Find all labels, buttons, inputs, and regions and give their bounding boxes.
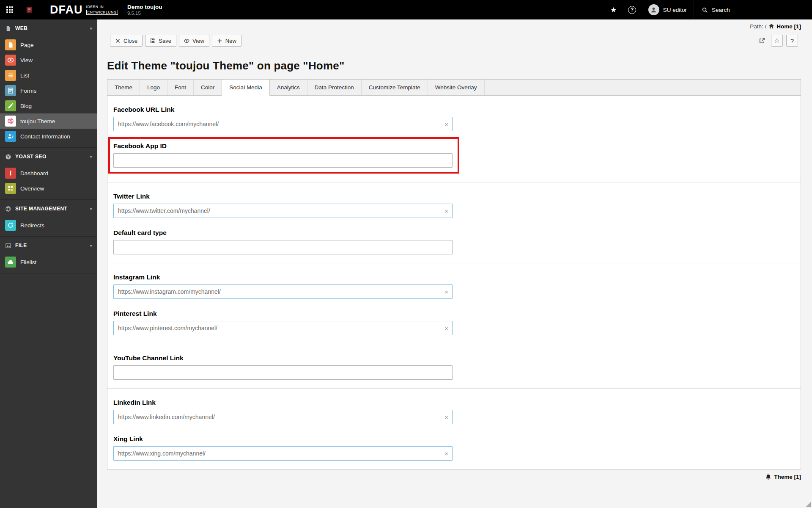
view-button[interactable]: View — [179, 35, 209, 47]
xing-link-input[interactable] — [113, 446, 453, 461]
youtube-channel-link-input[interactable] — [113, 365, 453, 380]
facebook-app-id-input[interactable] — [113, 153, 453, 168]
bookmarks-star-icon[interactable]: ★ — [604, 0, 623, 19]
sidebar-section-header-web[interactable]: WEB▾ — [0, 19, 97, 37]
tab-color[interactable]: Color — [194, 80, 222, 95]
site-version: 9.5.15 — [127, 11, 162, 16]
view-icon — [5, 55, 16, 66]
clear-input-icon[interactable]: × — [444, 414, 448, 420]
input-wrap-youtube-channel-link — [113, 365, 453, 380]
sidebar-item-label: Filelist — [20, 259, 36, 265]
site-name: Demo toujou — [127, 4, 162, 10]
record-footer: Theme [1] — [107, 474, 801, 480]
sidebar: WEB▾PageViewListFormsBlogtoujou ThemeCon… — [0, 19, 97, 508]
pinterest-link-input[interactable] — [113, 321, 453, 335]
sidebar-item-filelist[interactable]: Filelist — [0, 254, 97, 270]
sidebar-section-site-management: SITE MANAGEMENT▾Redirects — [0, 200, 97, 237]
field-label-youtube-channel-link: YouTube Channel Link — [113, 354, 795, 362]
tab-logo[interactable]: Logo — [140, 80, 167, 95]
tab-website-overlay[interactable]: Website Overlay — [428, 80, 485, 95]
tab-analytics[interactable]: Analytics — [270, 80, 307, 95]
sidebar-section-header-site-management[interactable]: SITE MANAGEMENT▾ — [0, 200, 97, 218]
form-section-5: LinkedIn Link×Xing Link× — [107, 389, 801, 469]
theme-icon — [5, 116, 16, 127]
field-facebook-app-id: Facebook App ID — [108, 137, 459, 174]
sidebar-item-toujou-theme[interactable]: toujou Theme — [0, 113, 97, 129]
button-label: View — [192, 38, 204, 44]
overview-icon — [5, 183, 16, 194]
clear-input-icon[interactable]: × — [444, 325, 448, 331]
redirects-icon — [5, 220, 16, 231]
sidebar-item-contact-information[interactable]: Contact Information — [0, 129, 97, 144]
field-default-card-type: Default card type — [113, 229, 795, 254]
search-button[interactable]: Search — [694, 0, 812, 19]
sidebar-item-redirects[interactable]: Redirects — [0, 218, 97, 233]
filelist-icon — [5, 257, 16, 268]
input-wrap-facebook-app-id — [113, 153, 453, 168]
sidebar-section-label: SITE MANAGEMENT — [15, 206, 67, 212]
secondary-module-icon[interactable] — [19, 0, 39, 19]
open-in-new-window-icon[interactable] — [756, 35, 768, 47]
bookmark-star-button[interactable]: ☆ — [771, 35, 783, 47]
theme-record-icon — [765, 474, 771, 480]
sidebar-section-header-file[interactable]: FILE▾ — [0, 237, 97, 254]
sidebar-item-label: Redirects — [20, 222, 44, 229]
search-icon — [702, 7, 708, 13]
sidebar-item-blog[interactable]: Blog — [0, 98, 97, 113]
tab-theme[interactable]: Theme — [107, 80, 140, 95]
modules-grid-icon[interactable] — [0, 0, 19, 19]
tab-data-protection[interactable]: Data Protection — [307, 80, 362, 95]
form-section-1: Facebook URL Link×Facebook App ID — [107, 96, 801, 182]
clear-input-icon[interactable]: × — [444, 208, 448, 214]
field-label-default-card-type: Default card type — [113, 229, 795, 237]
docheader-buttons: CloseSaveViewNew — [110, 35, 241, 47]
logo-tagline-line2: ENTWICKLUNG — [86, 10, 118, 15]
field-pinterest-link: Pinterest Link× — [113, 310, 795, 335]
sidebar-section-header-yoast-seo[interactable]: YOAST SEO▾ — [0, 148, 97, 166]
tab-font[interactable]: Font — [167, 80, 194, 95]
sidebar-item-dashboard[interactable]: Dashboard — [0, 166, 97, 181]
help-icon[interactable]: ? — [623, 0, 642, 19]
input-wrap-twitter-link: × — [113, 204, 453, 218]
field-label-twitter-link: Twitter Link — [113, 193, 795, 200]
sidebar-item-page[interactable]: Page — [0, 37, 97, 52]
tab-bar: ThemeLogoFontColorSocial MediaAnalyticsD… — [107, 80, 801, 96]
user-label: SU editor — [663, 7, 687, 13]
linkedin-link-input[interactable] — [113, 410, 453, 424]
new-button[interactable]: New — [212, 35, 241, 47]
input-wrap-instagram-link: × — [113, 284, 453, 299]
sidebar-item-label: List — [20, 72, 29, 79]
clear-input-icon[interactable]: × — [444, 450, 448, 457]
sidebar-item-label: Forms — [20, 88, 36, 94]
field-twitter-link: Twitter Link× — [113, 193, 795, 218]
tab-social-media[interactable]: Social Media — [222, 80, 269, 96]
default-card-type-input[interactable] — [113, 240, 453, 254]
docheader-icons: ☆ ? — [756, 35, 798, 47]
close-icon — [115, 38, 121, 44]
sidebar-item-label: toujou Theme — [20, 118, 55, 124]
breadcrumb: Path: / Home [1] — [107, 22, 801, 30]
clear-input-icon[interactable]: × — [444, 121, 448, 127]
close-button[interactable]: Close — [110, 35, 143, 47]
user-menu[interactable]: SU editor — [642, 0, 694, 19]
clear-input-icon[interactable]: × — [444, 289, 448, 295]
sidebar-item-overview[interactable]: Overview — [0, 181, 97, 196]
contact-icon — [5, 131, 16, 142]
button-label: New — [225, 38, 236, 44]
docheader-help-button[interactable]: ? — [786, 35, 798, 47]
chevron-down-icon: ▾ — [90, 243, 92, 248]
sidebar-section-file: FILE▾Filelist — [0, 237, 97, 273]
facebook-url-link-input[interactable] — [113, 117, 453, 131]
twitter-link-input[interactable] — [113, 204, 453, 218]
sidebar-item-list[interactable]: List — [0, 68, 97, 83]
instagram-link-input[interactable] — [113, 284, 453, 299]
sidebar-item-forms[interactable]: Forms — [0, 83, 97, 98]
breadcrumb-page-link[interactable]: Home [1] — [776, 23, 801, 30]
blog-icon — [5, 100, 16, 111]
tab-customize-template[interactable]: Customize Template — [362, 80, 428, 95]
save-button[interactable]: Save — [145, 35, 176, 47]
sidebar-item-view[interactable]: View — [0, 52, 97, 68]
form-panel: Facebook URL Link×Facebook App IDTwitter… — [107, 96, 801, 469]
chevron-down-icon: ▾ — [90, 26, 92, 31]
sidebar-section-label: YOAST SEO — [15, 154, 47, 160]
